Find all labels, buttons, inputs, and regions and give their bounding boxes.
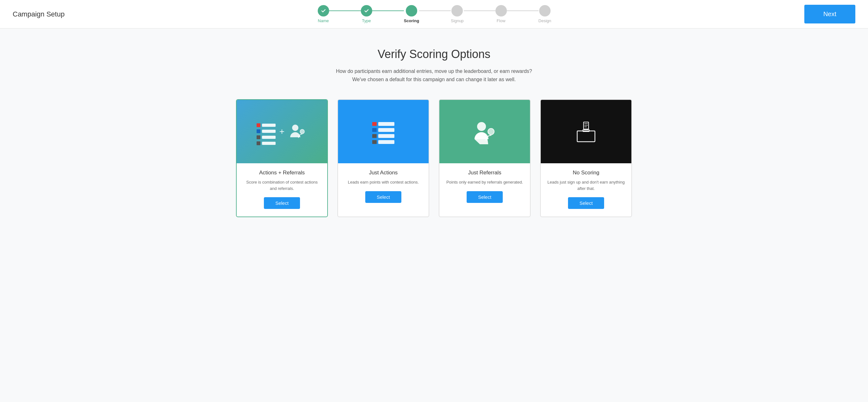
card-just-actions: Just Actions Leads earn points with cont… — [337, 99, 429, 217]
step-label-design: Design — [538, 19, 551, 23]
svg-point-1 — [300, 130, 304, 134]
step-label-name: Name — [318, 19, 329, 23]
svg-point-0 — [292, 124, 299, 131]
step-design: Design — [538, 5, 551, 23]
card-desc-just-referrals: Points only earned by referrals generate… — [446, 179, 524, 185]
card-actions-referrals: + Actions + Referrals Score is combinati… — [236, 99, 328, 217]
card-image-no-scoring — [541, 100, 631, 163]
scoring-cards-grid: + Actions + Referrals Score is combinati… — [236, 99, 632, 217]
card-just-referrals: Just Referrals Points only earned by ref… — [439, 99, 531, 217]
plus-icon: + — [279, 126, 284, 137]
card-desc-actions-referrals: Score is combination of contest actions … — [243, 179, 321, 192]
card-body-just-referrals: Just Referrals Points only earned by ref… — [439, 163, 530, 210]
select-button-just-actions[interactable]: Select — [365, 191, 401, 203]
card-no-scoring: No Scoring Leads just sign up and don't … — [540, 99, 632, 217]
step-name: Name — [318, 5, 329, 23]
card-body-just-actions: Just Actions Leads earn points with cont… — [338, 163, 429, 210]
main-content: Verify Scoring Options How do participan… — [0, 29, 868, 236]
main-heading: Verify Scoring Options — [378, 48, 490, 61]
main-description: How do participants earn additional entr… — [330, 67, 538, 83]
connector-scoring-signup — [419, 10, 451, 11]
step-scoring: Scoring — [404, 5, 419, 23]
connector-name-type — [329, 10, 361, 11]
connector-flow-design — [507, 10, 538, 11]
card-title-actions-referrals: Actions + Referrals — [243, 170, 321, 176]
card-image-actions-referrals: + — [237, 100, 327, 163]
step-circle-scoring — [406, 5, 417, 17]
step-circle-signup — [452, 5, 463, 17]
list-actions-icon — [257, 123, 276, 140]
svg-rect-6 — [584, 122, 589, 129]
step-label-flow: Flow — [497, 19, 505, 23]
page-title: Campaign Setup — [13, 10, 65, 19]
card-title-just-referrals: Just Referrals — [446, 170, 524, 176]
stepper: Name Type Scoring Signup — [318, 5, 551, 23]
select-button-actions-referrals[interactable]: Select — [264, 197, 300, 209]
step-circle-type — [361, 5, 372, 17]
step-circle-name — [318, 5, 329, 17]
step-label-scoring: Scoring — [404, 19, 419, 23]
select-button-no-scoring[interactable]: Select — [568, 197, 604, 209]
actions-list-icon — [372, 122, 394, 141]
svg-rect-4 — [577, 131, 595, 142]
card-desc-just-actions: Leads earn points with contest actions. — [344, 179, 422, 185]
card-body-no-scoring: No Scoring Leads just sign up and don't … — [541, 163, 631, 217]
connector-signup-flow — [464, 10, 495, 11]
card-image-just-actions — [338, 100, 429, 163]
step-flow: Flow — [495, 5, 507, 23]
card-image-just-referrals — [439, 100, 530, 163]
header: Campaign Setup Name Type Sc — [0, 0, 868, 29]
svg-point-2 — [477, 122, 486, 131]
connector-type-scoring — [372, 10, 404, 11]
next-button[interactable]: Next — [804, 5, 855, 24]
card-body-actions-referrals: Actions + Referrals Score is combination… — [237, 163, 327, 217]
step-signup: Signup — [451, 5, 463, 23]
card-title-just-actions: Just Actions — [344, 170, 422, 176]
step-circle-flow — [495, 5, 507, 17]
card-title-no-scoring: No Scoring — [547, 170, 625, 176]
svg-point-3 — [488, 128, 494, 135]
ballot-box-icon — [574, 119, 599, 144]
select-button-just-referrals[interactable]: Select — [467, 191, 503, 203]
step-type: Type — [361, 5, 372, 23]
step-circle-design — [539, 5, 551, 17]
step-label-type: Type — [362, 19, 371, 23]
referral-icon — [288, 122, 307, 141]
step-label-signup: Signup — [451, 19, 463, 23]
referrals-only-icon — [472, 119, 497, 144]
card-desc-no-scoring: Leads just sign up and don't earn anythi… — [547, 179, 625, 192]
